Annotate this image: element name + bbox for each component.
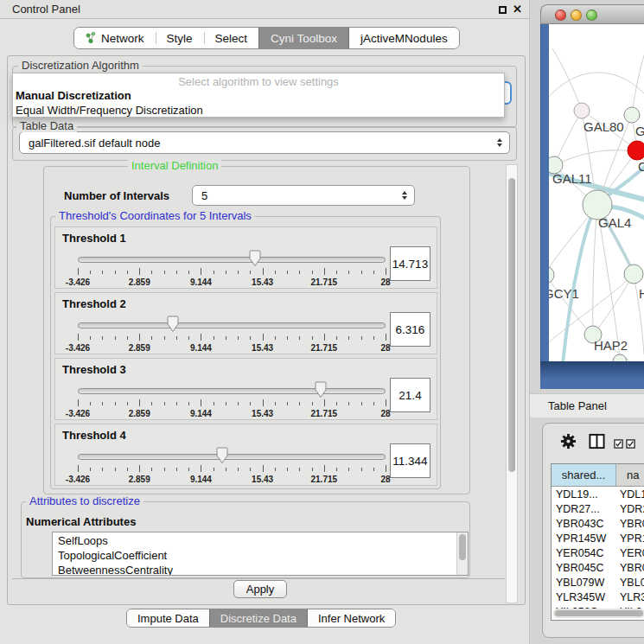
threshold-4-slider[interactable]: -3.4262.8599.14415.4321.71528 <box>78 445 386 485</box>
node-label: GA <box>635 124 644 138</box>
scrollbar-thumb[interactable] <box>508 178 515 472</box>
dropdown-spinner-icon <box>497 138 502 147</box>
threshold-4-value-field[interactable]: 11.344 <box>390 443 430 478</box>
network-canvas[interactable]: GAL80 GA C GAL11 GAL4 GCY1 H HAP2 <box>549 24 644 361</box>
tab-cyni-toolbox-label: Cyni Toolbox <box>271 32 337 45</box>
tab-cyni-toolbox[interactable]: Cyni Toolbox <box>258 28 349 48</box>
network-window-titlebar[interactable] <box>540 4 644 24</box>
viewport-divider <box>12 578 505 579</box>
threshold-4-label: Threshold 4 <box>62 429 126 442</box>
numerical-attributes-label: Numerical Attributes <box>26 515 136 528</box>
tab-select[interactable]: Select <box>204 28 259 48</box>
threshold-3-panel: Threshold 3 -3.4262.8599.14415.4321.7152… <box>54 358 437 420</box>
table-panel-titlebar: Table Panel <box>530 393 644 418</box>
settings-gear-icon[interactable] <box>560 433 577 453</box>
algorithm-dropdown-hint: Select algorithm to view settings <box>13 75 504 88</box>
thresholds-group-title: Threshold's Coordinates for 5 Intervals <box>55 210 255 222</box>
scrollbar-thumb[interactable] <box>459 534 466 560</box>
threshold-1-value-field[interactable]: 14.713 <box>390 246 430 281</box>
scrollbar-thumb[interactable] <box>555 610 643 616</box>
zoom-traffic-light-icon[interactable] <box>586 10 597 21</box>
columns-icon[interactable] <box>589 433 605 453</box>
node-label: GAL11 <box>552 171 592 186</box>
node-bottom[interactable] <box>613 354 627 361</box>
threshold-3-slider[interactable]: -3.4262.8599.14415.4321.71528 <box>78 379 386 419</box>
slider-thumb[interactable] <box>315 381 328 399</box>
tab-impute-data[interactable]: Impute Data <box>127 609 209 627</box>
control-panel-titlebar: Control Panel ✕ <box>0 0 529 19</box>
slider-track[interactable] <box>78 454 386 460</box>
attributes-list-scrollbar[interactable] <box>456 532 468 575</box>
table-data-group-title: Table Data <box>16 120 77 132</box>
slider-thumb[interactable] <box>249 250 262 267</box>
tab-style[interactable]: Style <box>156 28 204 48</box>
close-icon[interactable]: ✕ <box>513 0 522 19</box>
attribute-item[interactable]: SelfLoops <box>58 533 468 548</box>
numerical-attributes-list[interactable]: SelfLoopsTopologicalCoefficientBetweenne… <box>52 532 469 576</box>
table-row[interactable]: YBL079WYBL0 <box>552 575 644 590</box>
table-row[interactable]: YDL19...YDL1 <box>552 487 644 501</box>
number-of-intervals-combobox[interactable]: 5 <box>192 185 415 206</box>
threshold-1-panel: Threshold 1 -3.4262.8599.14415.4321.7152… <box>54 226 437 289</box>
node-label: C <box>638 159 644 174</box>
node-red-selected[interactable] <box>628 141 644 160</box>
node-gcy1[interactable] <box>549 266 554 284</box>
float-window-icon[interactable] <box>499 6 507 14</box>
column-header-shared-name[interactable]: shared... <box>552 464 616 486</box>
table-row[interactable]: YDR27...YDR2 <box>552 501 644 516</box>
node-label: GCY1 <box>549 286 579 301</box>
node-top-right[interactable] <box>624 107 640 123</box>
node-label: HAP2 <box>594 338 628 353</box>
tab-discretize-data[interactable]: Discretize Data <box>209 609 308 627</box>
table-horizontal-scrollbar[interactable] <box>553 609 644 618</box>
number-of-intervals-label: Number of Intervals <box>64 189 169 202</box>
table-row[interactable]: YBR043CYBR0 <box>552 516 644 531</box>
checkbox-icon[interactable] <box>626 437 635 452</box>
number-of-intervals-value: 5 <box>201 189 207 202</box>
cyni-bottom-tab-bar: Impute Data Discretize Data Infer Networ… <box>126 609 396 628</box>
threshold-2-slider[interactable]: -3.4262.8599.14415.4321.71528 <box>78 314 386 354</box>
table-panel-title: Table Panel <box>548 399 607 412</box>
node-gal80[interactable] <box>574 103 590 118</box>
node-h[interactable] <box>624 265 643 284</box>
threshold-2-label: Threshold 2 <box>62 297 126 310</box>
tab-jactivemnodules-label: jActiveMNodules <box>360 32 448 45</box>
algorithm-option-manual-discretization[interactable]: Manual Discretization <box>16 89 131 102</box>
tab-network[interactable]: Network <box>74 28 156 48</box>
table-header-row: shared... na <box>552 464 644 487</box>
tab-infer-network[interactable]: Infer Network <box>308 609 395 627</box>
threshold-2-panel: Threshold 2 -3.4262.8599.14415.4321.7152… <box>54 292 437 354</box>
minimize-traffic-light-icon[interactable] <box>571 10 582 21</box>
threshold-4-panel: Threshold 4 -3.4262.8599.14415.4321.7152… <box>54 424 437 486</box>
table-row[interactable]: YER054CYER0 <box>552 545 644 560</box>
slider-track[interactable] <box>78 322 386 328</box>
threshold-3-value-field[interactable]: 21.4 <box>390 378 430 412</box>
column-header-name[interactable]: na <box>616 464 644 486</box>
slider-thumb[interactable] <box>167 316 180 333</box>
table-row[interactable]: YLR345WYLR3 <box>552 590 644 604</box>
table-row[interactable]: YPR145WYPR1 <box>552 531 644 545</box>
discretization-algorithm-group-title: Discretization Algorithm <box>18 60 143 72</box>
table-data-combobox[interactable]: galFiltered.sif default node <box>19 131 510 154</box>
apply-button[interactable]: Apply <box>233 580 287 598</box>
control-panel: Control Panel ✕ Network Style Sel <box>0 0 530 644</box>
slider-ticks <box>78 334 386 341</box>
slider-thumb[interactable] <box>216 447 229 464</box>
attribute-item[interactable]: TopologicalCoefficient <box>58 548 468 563</box>
close-traffic-light-icon[interactable] <box>555 10 566 21</box>
table-rows: YDL19...YDL1YDR27...YDR2YBR043CYBR0YPR14… <box>552 487 644 610</box>
tab-jactivemnodules[interactable]: jActiveMNodules <box>349 28 459 48</box>
control-panel-title: Control Panel <box>12 3 80 16</box>
table-row[interactable]: YBR045CYBR0 <box>552 560 644 575</box>
algorithm-option-equal-width-frequency[interactable]: Equal Width/Frequency Discretization <box>16 104 203 117</box>
slider-track[interactable] <box>78 257 386 263</box>
checkbox-icon[interactable] <box>614 437 623 452</box>
table-data-combobox-value: galFiltered.sif default node <box>29 137 160 150</box>
threshold-1-slider[interactable]: -3.4262.8599.14415.4321.71528 <box>78 248 386 288</box>
dropdown-spinner-icon <box>402 191 407 200</box>
network-nodes[interactable] <box>549 103 644 361</box>
threshold-2-value-field[interactable]: 6.316 <box>390 312 430 347</box>
attribute-item[interactable]: BetweennessCentrality <box>58 563 468 576</box>
settings-scrollbar[interactable] <box>506 164 518 603</box>
slider-track[interactable] <box>78 388 386 394</box>
